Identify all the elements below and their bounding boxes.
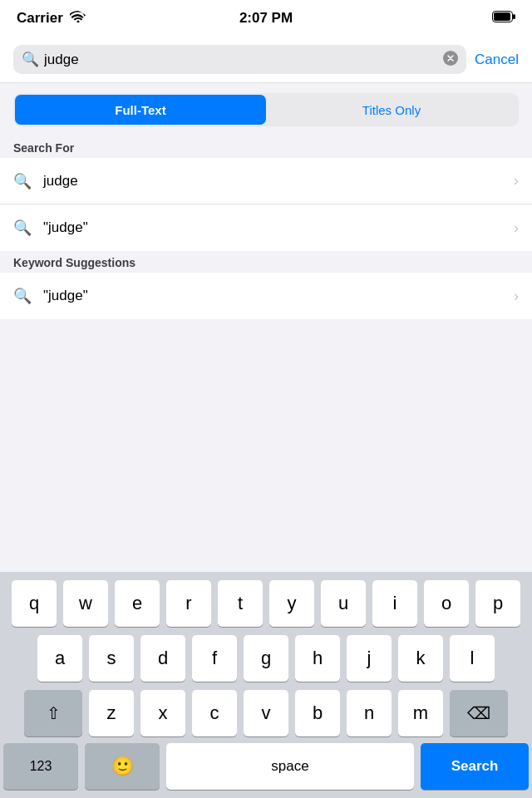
search-result-icon-1: 🔍: [13, 219, 32, 237]
segment-full-text[interactable]: Full-Text: [15, 95, 266, 125]
key-m[interactable]: m: [398, 690, 443, 736]
backspace-key[interactable]: ⌫: [450, 690, 508, 736]
svg-rect-2: [494, 12, 510, 21]
svg-rect-1: [513, 14, 515, 19]
key-row-1: q w e r t y u i o p: [3, 580, 529, 627]
search-input-wrapper: 🔍: [13, 45, 466, 74]
emoji-key[interactable]: 🙂: [85, 743, 160, 790]
key-i[interactable]: i: [372, 580, 417, 627]
key-l[interactable]: l: [450, 635, 495, 682]
segment-titles-only[interactable]: Titles Only: [266, 95, 517, 125]
key-e[interactable]: e: [115, 580, 160, 627]
key-r[interactable]: r: [166, 580, 211, 627]
key-s[interactable]: s: [89, 635, 134, 682]
status-bar: Carrier 2:07 PM: [0, 0, 532, 37]
status-time: 2:07 PM: [239, 10, 293, 27]
key-f[interactable]: f: [192, 635, 237, 682]
search-for-list: 🔍 judge › 🔍 "judge" ›: [0, 158, 532, 251]
chevron-icon-1: ›: [514, 219, 519, 237]
key-row-3: ⇧ z x c v b n m ⌫: [3, 690, 529, 736]
key-a[interactable]: a: [37, 635, 82, 682]
clear-button[interactable]: [443, 51, 458, 68]
battery-icon: [492, 10, 515, 27]
shift-key[interactable]: ⇧: [24, 690, 82, 736]
key-b[interactable]: b: [295, 690, 340, 736]
keyword-suggestions-header: Keyword Suggestions: [0, 251, 532, 273]
keyword-chevron-icon-0: ›: [514, 288, 519, 305]
keyword-result-text-0: "judge": [43, 288, 514, 304]
key-t[interactable]: t: [218, 580, 263, 627]
carrier-label: Carrier: [17, 10, 63, 27]
status-left: Carrier: [17, 10, 86, 27]
key-y[interactable]: y: [269, 580, 314, 627]
wifi-icon: [70, 10, 86, 27]
key-q[interactable]: q: [12, 580, 57, 627]
search-key[interactable]: Search: [421, 743, 529, 790]
numbers-key[interactable]: 123: [3, 743, 78, 790]
key-v[interactable]: v: [244, 690, 288, 736]
keyword-row-0[interactable]: 🔍 "judge" ›: [0, 273, 532, 319]
key-d[interactable]: d: [140, 635, 185, 682]
search-icon: 🔍: [22, 51, 39, 68]
search-for-header: Search For: [0, 136, 532, 158]
chevron-icon-0: ›: [514, 172, 519, 190]
key-row-2: a s d f g h j k l: [3, 635, 529, 682]
key-p[interactable]: p: [475, 580, 520, 627]
keyword-suggestions-list: 🔍 "judge" ›: [0, 273, 532, 319]
key-w[interactable]: w: [63, 580, 108, 627]
search-input[interactable]: [44, 52, 438, 68]
keyboard-bottom-row: 123 🙂 space Search: [0, 740, 532, 798]
search-bar-area: 🔍 Cancel: [0, 37, 532, 83]
result-text-0: judge: [43, 173, 514, 190]
key-j[interactable]: j: [347, 635, 392, 682]
key-u[interactable]: u: [321, 580, 366, 627]
key-x[interactable]: x: [140, 690, 185, 736]
keyword-result-icon-0: 🔍: [13, 287, 32, 305]
key-g[interactable]: g: [244, 635, 288, 682]
segment-control: Full-Text Titles Only: [13, 93, 519, 126]
result-row-judge[interactable]: 🔍 judge ›: [0, 158, 532, 204]
cancel-button[interactable]: Cancel: [475, 52, 519, 68]
key-c[interactable]: c: [192, 690, 237, 736]
search-result-icon-0: 🔍: [13, 172, 32, 190]
space-key[interactable]: space: [166, 743, 414, 790]
result-row-judge-quoted[interactable]: 🔍 "judge" ›: [0, 204, 532, 251]
status-right: [492, 10, 515, 27]
key-n[interactable]: n: [347, 690, 392, 736]
result-text-1: "judge": [43, 219, 514, 236]
key-o[interactable]: o: [424, 580, 469, 627]
key-k[interactable]: k: [398, 635, 443, 682]
key-z[interactable]: z: [89, 690, 134, 736]
keyboard: q w e r t y u i o p a s d f g h j k l ⇧ …: [0, 572, 532, 798]
key-h[interactable]: h: [295, 635, 340, 682]
keyboard-rows: q w e r t y u i o p a s d f g h j k l ⇧ …: [0, 572, 532, 740]
